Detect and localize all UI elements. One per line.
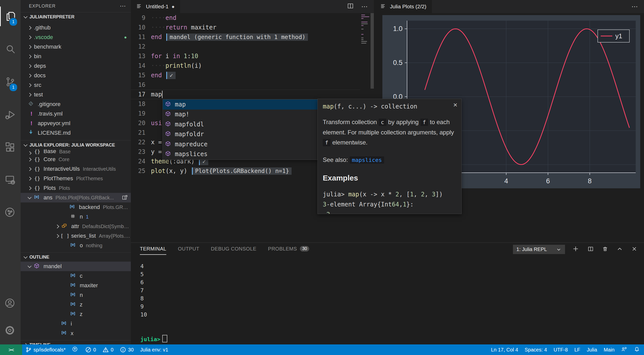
line-number[interactable]: 16 xyxy=(131,81,145,88)
suggest-item[interactable]: mapfoldl xyxy=(163,119,318,129)
tree-row[interactable]: maxiter xyxy=(21,281,131,290)
section-header-juliainterpreter[interactable]: JULIAINTERPRETER xyxy=(21,12,131,21)
status-item[interactable]: Julia xyxy=(584,347,600,353)
close-panel-icon[interactable] xyxy=(631,246,638,253)
activitybar-accounts[interactable] xyxy=(0,290,21,317)
line-number[interactable]: 12 xyxy=(131,43,145,50)
tree-row[interactable]: benchmark xyxy=(21,42,131,52)
tab-julia-plots[interactable]: Julia Plots (2/2) xyxy=(375,0,432,13)
modified-dot-icon[interactable]: ● xyxy=(172,4,175,10)
code-line[interactable]: 11endmandel (generic function with 1 met… xyxy=(131,32,360,42)
code-line[interactable]: 17map xyxy=(131,90,360,99)
doc-link[interactable]: mapslices xyxy=(350,156,384,164)
tree-row[interactable]: ansPlots.Plot{Plots.GRBack... xyxy=(21,193,131,202)
tree-row[interactable]: {}PlotThemesPlotThemes xyxy=(21,174,131,183)
line-number[interactable]: 24 xyxy=(131,158,145,165)
line-number[interactable]: 17 xyxy=(131,91,145,98)
status-item[interactable]: sp/isdeflocals* xyxy=(22,344,69,355)
new-terminal-icon[interactable] xyxy=(573,246,580,253)
suggest-item[interactable]: mapreduce xyxy=(163,139,318,149)
terminal-select[interactable]: 1: Julia REPL xyxy=(513,245,565,254)
status-item[interactable]: 0 xyxy=(82,344,99,355)
activitybar-settings[interactable] xyxy=(0,317,21,344)
open-editor-icon[interactable] xyxy=(122,195,128,201)
panel-tab-terminal[interactable]: TERMINAL xyxy=(140,243,166,255)
tree-row[interactable]: {}BaseBase xyxy=(21,150,131,155)
tree-row[interactable]: [ ]series_listArray{Plots.Seri... xyxy=(21,231,131,241)
suggest-item[interactable]: mapslices xyxy=(163,149,318,159)
activitybar-extensions[interactable] xyxy=(0,131,21,164)
tree-row[interactable]: n1 xyxy=(21,212,131,222)
line-number[interactable]: 19 xyxy=(131,110,145,117)
activitybar-julia[interactable] xyxy=(0,196,21,229)
code-line[interactable]: 13for i in 1:10 xyxy=(131,51,360,61)
status-item[interactable]: Ln 17, Col 4 xyxy=(488,347,521,353)
line-number[interactable]: 25 xyxy=(131,167,145,174)
suggest-item[interactable]: mapfoldr xyxy=(163,129,318,139)
line-number[interactable]: 20 xyxy=(131,120,145,127)
status-item[interactable]: Spaces: 4 xyxy=(521,347,550,353)
tree-row[interactable]: n xyxy=(21,290,131,300)
line-number[interactable]: 13 xyxy=(131,53,145,60)
editor-scrollbar[interactable] xyxy=(371,13,374,89)
tree-row[interactable]: {}CoreCore xyxy=(21,155,131,164)
minimap[interactable] xyxy=(361,13,370,109)
line-number[interactable]: 23 xyxy=(131,148,145,155)
panel-tab-problems[interactable]: PROBLEMS30 xyxy=(268,243,309,255)
remote-indicator[interactable]: >< xyxy=(0,344,22,355)
tree-row[interactable]: LICENSE.md xyxy=(21,128,131,138)
tree-row[interactable]: !appveyor.yml xyxy=(21,119,131,128)
close-icon[interactable]: × xyxy=(453,101,457,109)
tree-row[interactable]: test xyxy=(21,90,131,99)
tab-untitled-1[interactable]: Untitled-1 ● xyxy=(131,0,180,13)
line-number[interactable]: 15 xyxy=(131,72,145,79)
section-header-workspace[interactable]: JULIA EXPLORER: JULIA WORKSPACE xyxy=(21,140,131,150)
activitybar-remote-explorer[interactable] xyxy=(0,164,21,196)
code-line[interactable]: 9····end xyxy=(131,13,360,23)
sidebar-more-icon[interactable]: ⋯ xyxy=(120,3,126,10)
tree-row[interactable]: i xyxy=(21,319,131,329)
code-line[interactable]: 12 xyxy=(131,42,360,51)
status-item[interactable]: UTF-8 xyxy=(550,347,571,353)
tree-row[interactable]: src xyxy=(21,80,131,90)
split-editor-icon[interactable] xyxy=(347,3,355,10)
code-line[interactable]: 16 xyxy=(131,80,360,90)
plots-more-icon[interactable]: ⋯ xyxy=(631,3,638,11)
kill-terminal-icon[interactable] xyxy=(602,246,609,253)
suggest-item[interactable]: map! xyxy=(163,110,318,120)
status-item[interactable]: 30 xyxy=(117,344,137,355)
panel-tab-debug-console[interactable]: DEBUG CONSOLE xyxy=(211,243,256,255)
tree-row[interactable]: {}PlotsPlots xyxy=(21,183,131,193)
tree-row[interactable]: z xyxy=(21,300,131,309)
tree-row[interactable]: .vscode● xyxy=(21,32,131,42)
status-item[interactable] xyxy=(69,344,82,355)
activitybar-source-control[interactable]: 1 xyxy=(0,65,21,98)
code-line[interactable]: 10····return maxiter xyxy=(131,23,360,32)
section-header-timeline[interactable]: TIMELINE xyxy=(21,340,131,344)
tree-row[interactable]: .gitignore xyxy=(21,99,131,109)
tree-row[interactable]: backendPlots.GRBackend() xyxy=(21,202,131,212)
line-number[interactable]: 14 xyxy=(131,62,145,69)
tree-row[interactable]: c xyxy=(21,271,131,281)
line-number[interactable]: 11 xyxy=(131,33,145,41)
status-item[interactable] xyxy=(631,346,644,353)
editor-more-icon[interactable]: ⋯ xyxy=(361,3,368,11)
tree-row[interactable]: attrDefaultsDict{Symbol, A... xyxy=(21,222,131,231)
tree-row[interactable]: .github xyxy=(21,23,131,32)
split-terminal-icon[interactable] xyxy=(588,246,595,253)
tree-row[interactable]: {}InteractiveUtilsInteractiveUtils xyxy=(21,164,131,174)
status-item[interactable]: Main xyxy=(600,347,618,353)
tree-row[interactable]: deps xyxy=(21,61,131,71)
suggest-item[interactable]: map xyxy=(163,99,318,110)
terminal-output[interactable]: 45678910 julia> xyxy=(140,262,639,342)
tree-row[interactable]: mandel xyxy=(21,262,131,271)
status-item[interactable]: Julia env: v1 xyxy=(137,344,171,355)
status-item[interactable]: LF xyxy=(571,347,583,353)
tree-row[interactable]: z xyxy=(21,309,131,319)
activitybar-search[interactable] xyxy=(0,33,21,65)
line-number[interactable]: 9 xyxy=(131,14,145,21)
section-header-outline[interactable]: OUTLINE xyxy=(21,252,131,262)
tree-row[interactable]: x xyxy=(21,329,131,338)
activitybar-run-debug[interactable] xyxy=(0,98,21,131)
tree-row[interactable]: bin xyxy=(21,52,131,61)
